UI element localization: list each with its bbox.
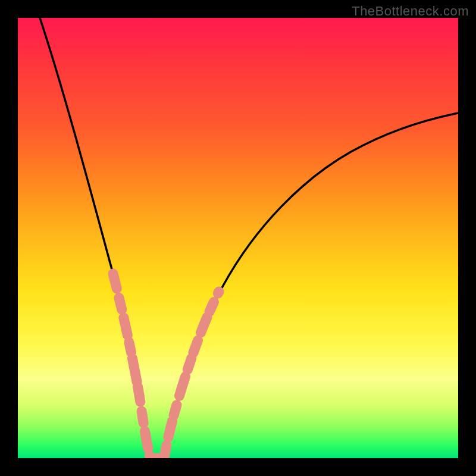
highlight-left-arm xyxy=(113,274,164,458)
watermark-text: TheBottleneck.com xyxy=(352,4,469,19)
curve-right-arm xyxy=(164,113,458,458)
chart-frame: TheBottleneck.com xyxy=(0,0,476,476)
highlight-right-arm xyxy=(164,292,219,458)
curve-svg xyxy=(18,18,458,458)
plot-area xyxy=(18,18,458,458)
curve-left-arm xyxy=(40,18,150,458)
